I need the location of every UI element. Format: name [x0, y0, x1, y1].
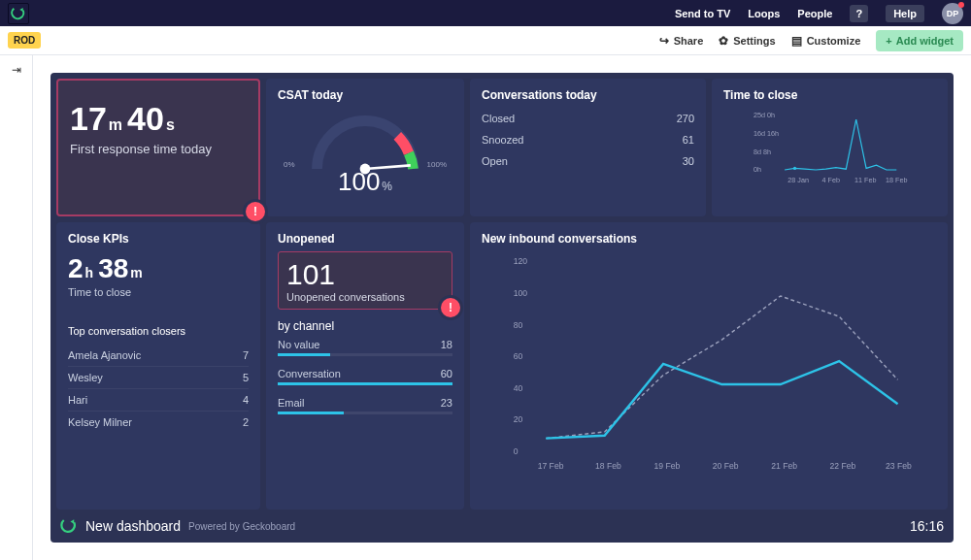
- plus-icon: +: [886, 35, 891, 47]
- unop-title: Unopened: [278, 232, 452, 246]
- nav-loops[interactable]: Loops: [748, 8, 780, 19]
- ttc-title: Time to close: [723, 88, 936, 102]
- inbound-chart: 120 100 80 60 40 20 0 17 Feb 18 Feb 19 F: [482, 251, 936, 475]
- svg-text:19 Feb: 19 Feb: [653, 461, 680, 471]
- kpi-hours: 2: [68, 253, 84, 284]
- card-first-response-time[interactable]: 17 m 40 s First response time today !: [56, 79, 260, 216]
- svg-text:17 Feb: 17 Feb: [538, 461, 564, 471]
- svg-text:18 Feb: 18 Feb: [595, 461, 621, 471]
- svg-text:22 Feb: 22 Feb: [830, 461, 856, 471]
- stat-row: Snoozed61: [482, 129, 694, 150]
- inbound-title: New inbound conversations: [482, 232, 936, 246]
- ttc-mini-chart: 25d 0h 16d 16h 8d 8h 0h 28 Jan 4 Feb 11 …: [723, 108, 936, 185]
- svg-point-6: [793, 167, 796, 170]
- nav-people[interactable]: People: [797, 8, 832, 19]
- frt-unit-seconds: s: [166, 116, 175, 134]
- unop-value: 101: [286, 258, 444, 291]
- csat-value: 100: [338, 167, 380, 196]
- topbar: Send to TV Loops People ? Help DP: [0, 0, 971, 26]
- svg-text:25d 0h: 25d 0h: [753, 111, 775, 119]
- svg-text:80: 80: [514, 320, 523, 330]
- stat-row: Closed270: [482, 108, 694, 129]
- dashboard-name: New dashboard: [85, 518, 181, 534]
- settings-label: Settings: [733, 35, 775, 47]
- share-label: Share: [674, 35, 704, 47]
- svg-text:16d 16h: 16d 16h: [753, 129, 779, 138]
- card-conversations-today[interactable]: Conversations today Closed270 Snoozed61 …: [470, 79, 706, 216]
- kpi-title: Close KPIs: [68, 232, 249, 246]
- svg-text:40: 40: [514, 383, 523, 393]
- dashboard: 17 m 40 s First response time today ! CS…: [50, 73, 954, 543]
- powered-by: Powered by Geckoboard: [188, 521, 295, 532]
- toolbar: ROD ↪ Share ✿ Settings ▤ Customize + Add…: [0, 26, 971, 55]
- svg-text:28 Jan: 28 Jan: [787, 176, 809, 184]
- closer-row: Amela Ajanovic7: [68, 345, 249, 367]
- gear-icon: ✿: [719, 34, 728, 48]
- avatar[interactable]: DP: [942, 3, 963, 24]
- svg-text:23 Feb: 23 Feb: [886, 461, 912, 471]
- conv-title: Conversations today: [482, 88, 694, 102]
- svg-text:21 Feb: 21 Feb: [771, 461, 797, 471]
- channel-bar: Conversation60: [278, 368, 452, 385]
- closer-row: Hari4: [68, 389, 249, 412]
- card-time-to-close-mini[interactable]: Time to close 25d 0h 16d 16h 8d 8h 0h 28…: [712, 79, 948, 216]
- closers-section-title: Top conversation closers: [68, 325, 249, 337]
- card-unopened[interactable]: Unopened 101 Unopened conversations ! by…: [266, 222, 464, 510]
- help-button[interactable]: Help: [886, 5, 924, 22]
- geckoboard-logo-icon: [60, 517, 78, 535]
- frt-value-minutes: 17: [70, 100, 107, 138]
- stat-row: Open30: [482, 150, 694, 172]
- card-new-inbound[interactable]: New inbound conversations 120 100 80 60 …: [470, 222, 948, 510]
- expand-rail-icon[interactable]: ⇥: [12, 63, 21, 77]
- card-close-kpis[interactable]: Close KPIs 2 h 38 m Time to close Top co…: [56, 222, 260, 510]
- closer-row: Kelsey Milner2: [68, 412, 249, 433]
- help-question-button[interactable]: ?: [850, 5, 868, 22]
- settings-button[interactable]: ✿ Settings: [719, 34, 775, 48]
- customize-button[interactable]: ▤ Customize: [791, 34, 861, 48]
- frt-label: First response time today: [70, 142, 247, 156]
- share-icon: ↪: [659, 34, 669, 48]
- svg-text:120: 120: [514, 256, 528, 266]
- clock: 16:16: [910, 518, 944, 534]
- alert-icon: !: [246, 202, 265, 221]
- card-csat[interactable]: CSAT today 0% 100%: [266, 79, 464, 216]
- customize-label: Customize: [807, 35, 861, 47]
- svg-text:8d 8h: 8d 8h: [753, 148, 771, 156]
- svg-text:18 Feb: 18 Feb: [886, 176, 907, 184]
- svg-text:20 Feb: 20 Feb: [713, 461, 739, 471]
- svg-text:4 Feb: 4 Feb: [822, 176, 840, 184]
- left-rail: ⇥: [0, 55, 33, 560]
- svg-text:11 Feb: 11 Feb: [854, 176, 876, 184]
- layout-icon: ▤: [791, 34, 802, 48]
- add-widget-label: Add widget: [896, 35, 954, 47]
- closer-row: Wesley5: [68, 367, 249, 389]
- share-button[interactable]: ↪ Share: [659, 34, 704, 48]
- csat-unit: %: [382, 180, 392, 193]
- svg-text:60: 60: [514, 351, 523, 361]
- kpi-subtitle: Time to close: [68, 286, 249, 298]
- csat-title: CSAT today: [278, 88, 452, 102]
- nav-send-to-tv[interactable]: Send to TV: [675, 8, 730, 19]
- channel-bar: No value18: [278, 339, 452, 356]
- dashboard-footer: New dashboard Powered by Geckoboard 16:1…: [56, 515, 948, 537]
- add-widget-button[interactable]: + Add widget: [876, 30, 963, 51]
- svg-text:0h: 0h: [753, 165, 761, 174]
- channel-bar: Email23: [278, 397, 452, 414]
- kpi-minutes: 38: [98, 253, 128, 284]
- unop-subtitle: Unopened conversations: [286, 291, 444, 303]
- app-logo[interactable]: [8, 3, 29, 24]
- svg-text:0: 0: [514, 446, 519, 456]
- svg-text:20: 20: [514, 414, 523, 424]
- alert-icon: !: [441, 298, 460, 317]
- svg-text:100: 100: [514, 288, 528, 298]
- frt-value-seconds: 40: [127, 100, 164, 138]
- workspace-badge[interactable]: ROD: [8, 32, 41, 49]
- by-channel-title: by channel: [278, 319, 452, 333]
- frt-unit-minutes: m: [109, 116, 122, 134]
